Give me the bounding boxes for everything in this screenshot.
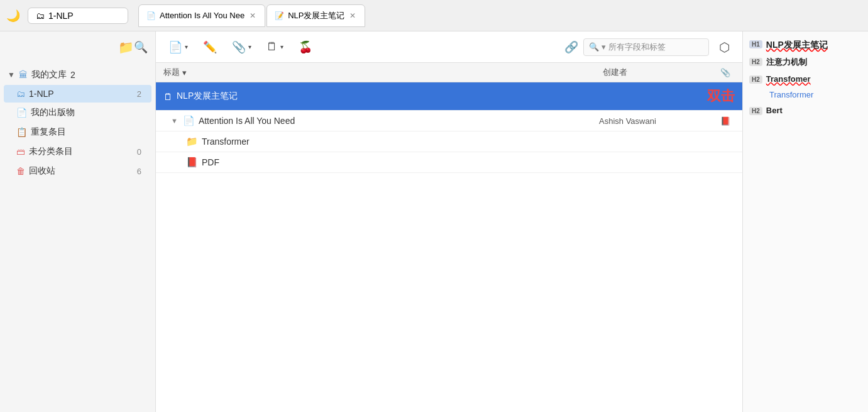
graph-icon: ⬡ xyxy=(719,40,730,54)
outline-item-h2-bert[interactable]: H2 Bert xyxy=(749,106,862,115)
attach-icon: 📎 xyxy=(232,40,246,54)
tab-note-icon: 📝 xyxy=(275,11,284,20)
sidebar-item-1nlp-count: 2 xyxy=(137,89,141,99)
outline-h2-bert-title: Bert xyxy=(766,106,783,115)
attention-creator: Ashish Vaswani xyxy=(599,116,712,126)
note-icon: 🗒 xyxy=(266,40,278,53)
annotate-icon: ✏️ xyxy=(203,40,217,54)
item-row-pdf[interactable]: 📕 PDF xyxy=(156,152,742,173)
tab-pdf-icon: 📄 xyxy=(146,11,156,20)
library-count: 2 xyxy=(70,70,75,80)
attention-chevron: ▼ xyxy=(171,117,178,125)
outline-badge-h2-transformer: H2 xyxy=(749,75,762,84)
outline-item-h1-nlp[interactable]: H1 NLP发展主笔记 xyxy=(749,39,862,50)
item-row-attention[interactable]: ▼ 📄 Attention Is All You Need Ashish Vas… xyxy=(156,111,742,131)
outline-badge-h2-attention: H2 xyxy=(749,58,762,66)
duplicate-icon: 📋 xyxy=(16,127,27,137)
item-row-transformer[interactable]: 📁 Transformer xyxy=(156,131,742,152)
item-list: 🗒 NLP发展主笔记 双击 ▼ 📄 Attention Is All You N… xyxy=(156,82,742,412)
cherry-button[interactable]: 🍒 xyxy=(294,38,317,57)
outline-badge-h2-bert: H2 xyxy=(749,107,762,115)
sidebar-item-trash[interactable]: 🗑 回收站 6 xyxy=(4,162,151,181)
outline-h2-attention-title: 注意力机制 xyxy=(766,57,807,68)
col-title-label: 标题 xyxy=(163,67,180,78)
new-item-button[interactable]: 📄 ▾ xyxy=(163,38,193,57)
sidebar-toolbar: 📁 🔍 xyxy=(0,31,155,63)
sidebar-item-unfiled-label: 未分类条目 xyxy=(29,146,73,157)
library-chevron: ▼ xyxy=(8,70,15,79)
outline-item-h2-attention[interactable]: H2 注意力机制 xyxy=(749,57,862,68)
transformer-title: Transformer xyxy=(202,136,735,147)
folder-tab-label: 1-NLP xyxy=(48,11,74,21)
attention-attach-icon: 📕 xyxy=(716,116,735,126)
col-title-sort-icon: ▾ xyxy=(182,68,187,77)
tab-nlp-label: NLP发展主笔记 xyxy=(288,10,344,21)
double-click-label: 双击 xyxy=(707,87,735,106)
nlp-note-title: NLP发展主笔记 xyxy=(177,91,698,102)
tab-nlp-close[interactable]: ✕ xyxy=(348,11,357,20)
main-area: 📁 🔍 ▼ 🏛 我的文库 2 🗂 1-NLP 2 📄 我的出版物 📋 重复条目 xyxy=(0,31,868,412)
sidebar-item-duplicates[interactable]: 📋 重复条目 xyxy=(4,123,151,142)
transformer-folder-icon: 📁 xyxy=(186,136,198,147)
attach-button[interactable]: 📎 ▾ xyxy=(227,38,256,57)
graph-button[interactable]: ⬡ xyxy=(714,37,735,57)
sidebar-item-1nlp[interactable]: 🗂 1-NLP 2 xyxy=(4,85,151,103)
attention-title: Attention Is All You Need xyxy=(199,116,595,126)
col-creator-header[interactable]: 创建者 xyxy=(603,67,716,78)
publication-icon: 📄 xyxy=(16,108,27,118)
share-button[interactable]: 🔗 xyxy=(564,40,578,54)
library-section-header[interactable]: ▼ 🏛 我的文库 2 xyxy=(0,65,155,84)
sidebar: 📁 🔍 ▼ 🏛 我的文库 2 🗂 1-NLP 2 📄 我的出版物 📋 重复条目 xyxy=(0,31,156,412)
outline-item-h2-transformer[interactable]: H2 Transfomer xyxy=(749,74,862,84)
sidebar-item-unfiled[interactable]: 🗃 未分类条目 0 xyxy=(4,142,151,161)
center-toolbar: 📄 ▾ ✏️ 📎 ▾ 🗒 ▾ 🍒 🔗 🔍 xyxy=(156,31,742,63)
folder-tab-icon: 🗂 xyxy=(36,11,45,21)
col-title-header[interactable]: 标题 ▾ xyxy=(163,67,603,78)
tab-nlp[interactable]: 📝 NLP发展主笔记 ✕ xyxy=(266,4,365,27)
note-item-icon: 🗒 xyxy=(163,91,173,102)
unfiled-icon: 🗃 xyxy=(16,147,25,157)
folder-icon: 🗂 xyxy=(16,89,25,99)
col-creator-label: 创建者 xyxy=(603,67,627,78)
outline-h2-transformer-title: Transfomer xyxy=(766,74,811,84)
annotate-button[interactable]: ✏️ xyxy=(198,38,222,57)
search-caret: ▾ xyxy=(602,42,606,52)
attach-col-icon: 📎 xyxy=(720,68,730,77)
sidebar-item-trash-label: 回收站 xyxy=(29,165,55,177)
new-item-icon: 📄 xyxy=(168,40,182,54)
toolbar-search-area: 🔗 🔍 ▾ 所有字段和标签 xyxy=(564,38,709,56)
search-icon: 🔍 xyxy=(589,42,599,52)
new-collection-icon[interactable]: 📁 xyxy=(118,40,134,55)
library-icon: 🏛 xyxy=(19,70,28,80)
tab-area: 📄 Attention Is All You Nee ✕ 📝 NLP发展主笔记 … xyxy=(138,4,862,27)
search-box[interactable]: 🔍 ▾ 所有字段和标签 xyxy=(583,38,709,56)
pdf-title: PDF xyxy=(202,157,735,167)
titlebar: 🌙 🗂 1-NLP 📄 Attention Is All You Nee ✕ 📝… xyxy=(0,0,868,31)
right-panel: H1 NLP发展主笔记 H2 注意力机制 H2 Transfomer Trans… xyxy=(742,31,868,412)
outline-link-transformer[interactable]: Transformer xyxy=(769,90,813,99)
outline-badge-h1: H1 xyxy=(749,40,762,48)
moon-icon[interactable]: 🌙 xyxy=(6,9,20,23)
pdf-item-icon: 📕 xyxy=(186,157,198,168)
sidebar-item-1nlp-label: 1-NLP xyxy=(29,89,54,99)
sidebar-item-publications-label: 我的出版物 xyxy=(31,107,75,118)
col-attach-header: 📎 xyxy=(716,68,735,77)
trash-icon: 🗑 xyxy=(16,166,25,176)
cherry-icon: 🍒 xyxy=(299,40,312,54)
item-row-nlp-note[interactable]: 🗒 NLP发展主笔记 双击 xyxy=(156,82,742,111)
sidebar-nav: ▼ 🏛 我的文库 2 🗂 1-NLP 2 📄 我的出版物 📋 重复条目 🗃 未分… xyxy=(0,63,155,412)
center-content: 📄 ▾ ✏️ 📎 ▾ 🗒 ▾ 🍒 🔗 🔍 xyxy=(156,31,742,412)
folder-tab[interactable]: 🗂 1-NLP xyxy=(28,8,128,24)
share-icon: 🔗 xyxy=(564,41,578,53)
sidebar-search-button[interactable]: 🔍 xyxy=(134,40,148,54)
sidebar-item-publications[interactable]: 📄 我的出版物 xyxy=(4,103,151,122)
tab-attention[interactable]: 📄 Attention Is All You Nee ✕ xyxy=(138,4,265,27)
tab-attention-close[interactable]: ✕ xyxy=(248,11,257,20)
outline-h1-title: NLP发展主笔记 xyxy=(766,39,828,50)
sidebar-item-duplicates-label: 重复条目 xyxy=(31,126,66,138)
outline-item-link-transformer: Transformer xyxy=(749,90,862,99)
sidebar-item-unfiled-count: 0 xyxy=(137,147,141,157)
article-item-icon: 📄 xyxy=(183,115,195,126)
note-button[interactable]: 🗒 ▾ xyxy=(261,38,288,56)
search-placeholder: 所有字段和标签 xyxy=(608,42,666,53)
